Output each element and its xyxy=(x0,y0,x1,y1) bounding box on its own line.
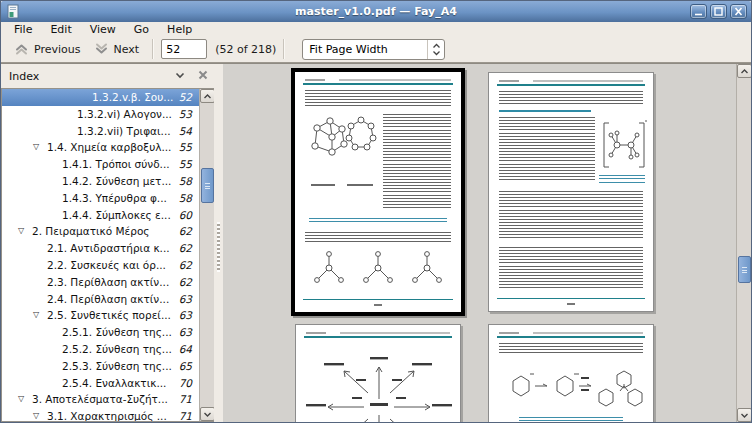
toc-item-label: 2. Πειραματικό Μέρος xyxy=(32,225,149,237)
toc-item-label: 3.1. Χαρακτηρισμός ... xyxy=(47,410,167,421)
toc-item-label: 2.5.1. Σύνθεση της... xyxy=(62,326,172,338)
toc-item[interactable]: 1.3.2.v.β. Σου...52 xyxy=(2,89,199,106)
minimize-button[interactable] xyxy=(690,4,707,19)
page-content xyxy=(296,325,460,422)
toc-item[interactable]: ▽3.1. Χαρακτηρισμός ...71 xyxy=(2,408,199,421)
sidebar-header: Index xyxy=(1,64,214,88)
sidebar-title[interactable]: Index xyxy=(1,70,39,83)
app-window: master_v1.0.pdf — Fay_A4 File Edit View … xyxy=(0,0,752,423)
expander-icon[interactable]: ▽ xyxy=(33,142,39,152)
toc-item[interactable]: 2.5.3. Σύνθεση της...65 xyxy=(2,358,199,375)
toc-item-label: 2.5.4. Εναλλακτικ... xyxy=(62,377,166,389)
splitter-grip[interactable] xyxy=(217,222,220,272)
toc-item[interactable]: 1.4.1. Τρόποι σύνδ...55 xyxy=(2,156,199,173)
scroll-up-icon[interactable] xyxy=(737,64,751,78)
toc-list: 1.3.2.v.β. Σου...521.3.2.vi) Αλογον...53… xyxy=(2,89,199,421)
page-content xyxy=(489,73,653,311)
toc-item-page: 62 xyxy=(179,259,192,271)
toc-item[interactable]: 2.5.1. Σύνθεση της...63 xyxy=(2,324,199,341)
sidebar-close-icon[interactable] xyxy=(197,69,209,84)
toc-item[interactable]: 1.3.2.vii) Τριφαι...54 xyxy=(2,123,199,140)
scroll-down-icon[interactable] xyxy=(737,408,751,422)
toc-item-label: 2.5.3. Σύνθεση της... xyxy=(62,360,172,372)
expander-icon[interactable]: ▽ xyxy=(33,411,39,421)
toc-item[interactable]: ▽3. Αποτελέσματα-Συζήτ...71 xyxy=(2,391,199,408)
doc-page-52-current[interactable] xyxy=(291,68,465,316)
toc-item[interactable]: ▽2.5. Συνθετικές πορεί...63 xyxy=(2,307,199,324)
menu-file[interactable]: File xyxy=(5,23,41,36)
toc-item-page: 62 xyxy=(179,276,192,288)
toc-item-page: 63 xyxy=(179,309,192,321)
zoom-select[interactable]: Fit Page Width xyxy=(302,39,445,60)
toc-item-page: 65 xyxy=(179,360,192,372)
menu-view[interactable]: View xyxy=(81,23,125,36)
toc-item-label: 1.4.2. Σύνθεση μετ... xyxy=(62,175,171,187)
toc-item[interactable]: 1.4.4. Σύμπλοκες ε...60 xyxy=(2,207,199,224)
toc-item[interactable]: 2.4. Περίθλαση ακτίν...63 xyxy=(2,291,199,308)
toc-item-label: 1.3.2.v.β. Σου... xyxy=(92,91,173,103)
spinner-arrows-icon[interactable] xyxy=(427,40,444,59)
toc-item[interactable]: ▽1.4. Χημεία καρβοξυλ...55 xyxy=(2,139,199,156)
toc-item[interactable]: 2.5.4. Εναλλακτικ...70 xyxy=(2,375,199,392)
expander-icon[interactable]: ▽ xyxy=(33,310,39,320)
toc-item-label: 1.4.1. Τρόποι σύνδ... xyxy=(62,158,170,170)
toc-item-label: 2.3. Περίθλαση ακτίν... xyxy=(47,276,169,288)
toc-item[interactable]: 2.5.2. Σύνθεση της...64 xyxy=(2,341,199,358)
sidebar-splitter[interactable] xyxy=(214,64,223,422)
maximize-button[interactable] xyxy=(710,4,727,19)
toolbar-separator xyxy=(152,39,154,59)
sidebar-scroll-thumb[interactable] xyxy=(201,168,214,203)
toc-item-label: 1.3.2.vii) Τριφαι... xyxy=(77,125,171,137)
double-chevron-up-icon xyxy=(13,41,30,57)
document-view xyxy=(223,64,751,422)
toolbar-separator xyxy=(283,39,285,59)
toc-item[interactable]: 1.3.2.vi) Αλογον...53 xyxy=(2,106,199,123)
toc-item-page: 55 xyxy=(179,158,192,170)
close-button[interactable] xyxy=(730,4,747,19)
doc-page-55[interactable] xyxy=(488,324,654,422)
toc-item-label: 2.5. Συνθετικές πορεί... xyxy=(47,309,171,321)
titlebar[interactable]: master_v1.0.pdf — Fay_A4 xyxy=(1,1,751,22)
toc-item-label: 2.1. Αντιδραστήρια κ... xyxy=(47,242,170,254)
toc-item[interactable]: 2.3. Περίθλαση ακτίν...62 xyxy=(2,274,199,291)
toc-item-page: 62 xyxy=(179,225,192,237)
scroll-down-icon[interactable] xyxy=(200,407,215,421)
toc-item-label: 1.3.2.vi) Αλογον... xyxy=(77,108,172,120)
chevron-down-icon[interactable] xyxy=(174,69,186,84)
doc-page-53[interactable] xyxy=(488,72,654,312)
document-scroll-thumb[interactable] xyxy=(738,256,751,283)
toc-item-page: 58 xyxy=(179,175,192,187)
document-scrollbar[interactable] xyxy=(736,64,751,422)
doc-page-54[interactable] xyxy=(295,324,461,422)
toc-item-page: 71 xyxy=(179,393,192,405)
toc-item[interactable]: 1.4.3. Υπέρυθρα φ...58 xyxy=(2,190,199,207)
toc-item-page: 62 xyxy=(179,242,192,254)
zoom-select-value: Fit Page Width xyxy=(303,43,427,56)
toc-item-page: 53 xyxy=(179,108,192,120)
menu-go[interactable]: Go xyxy=(125,23,158,36)
toc-item-page: 60 xyxy=(179,209,192,221)
expander-icon[interactable]: ▽ xyxy=(18,226,24,236)
toc-item-label: 2.4. Περίθλαση ακτίν... xyxy=(47,293,169,305)
toc-item[interactable]: 2.2. Συσκευές και όρ...62 xyxy=(2,257,199,274)
menu-help[interactable]: Help xyxy=(158,23,201,36)
double-chevron-down-icon xyxy=(93,41,110,57)
toc-item[interactable]: 2.1. Αντιδραστήρια κ...62 xyxy=(2,240,199,257)
app-icon xyxy=(6,4,21,19)
previous-label: Previous xyxy=(34,43,81,56)
toc-item-label: 3. Αποτελέσματα-Συζήτ... xyxy=(32,393,168,405)
expander-icon[interactable]: ▽ xyxy=(18,394,24,404)
toc-item[interactable]: ▽2. Πειραματικό Μέρος62 xyxy=(2,223,199,240)
page-number-input[interactable] xyxy=(161,39,207,59)
page-content xyxy=(295,72,461,312)
toc-item-label: 1.4. Χημεία καρβοξυλ... xyxy=(47,141,171,153)
menu-edit[interactable]: Edit xyxy=(41,23,80,36)
toc-item-page: 64 xyxy=(179,343,192,355)
scroll-up-icon[interactable] xyxy=(200,89,215,103)
previous-button[interactable]: Previous xyxy=(7,39,87,59)
sidebar-scrollbar[interactable] xyxy=(199,89,214,421)
toc-item[interactable]: 1.4.2. Σύνθεση μετ...58 xyxy=(2,173,199,190)
toc-item-label: 1.4.3. Υπέρυθρα φ... xyxy=(62,192,167,204)
next-button[interactable]: Next xyxy=(87,39,146,59)
toc-item-label: 2.2. Συσκευές και όρ... xyxy=(47,259,166,271)
